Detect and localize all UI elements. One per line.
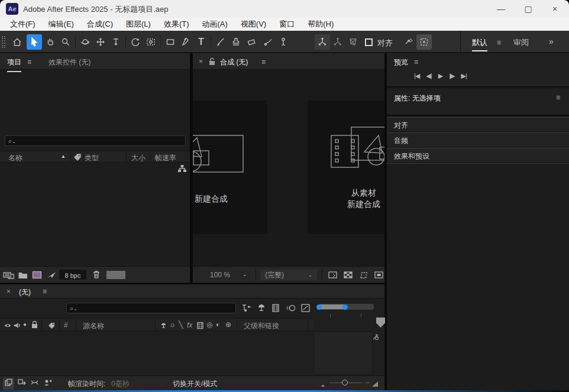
menu-edit[interactable]: 编辑(E) [42,19,80,30]
snapshot-icon[interactable] [328,270,338,282]
interpret-footage-icon[interactable] [3,270,15,282]
selection-tool-icon[interactable] [27,34,42,50]
new-composition-from-footage-card[interactable]: 从素材 新建合成 [308,101,384,234]
roto-brush-tool-icon[interactable] [260,34,276,50]
time-navigator-track[interactable] [318,304,374,310]
column-framerate[interactable]: 帧速率 [155,153,176,163]
eraser-tool-icon[interactable] [244,34,259,50]
magnification-value[interactable]: 100 % [210,271,230,279]
project-search-input[interactable]: ⌕⌄ [5,135,186,146]
type-tool-icon[interactable]: T [193,34,209,50]
timeline-track-area[interactable] [313,331,373,375]
time-navigator-range[interactable] [319,304,345,309]
toolbar-grip-handle[interactable] [2,36,5,48]
motion-blur-icon[interactable] [286,303,296,315]
parent-link-column-header[interactable]: 父级和链接 [244,321,279,331]
unlock-icon[interactable] [208,57,216,68]
workspace-tab-default[interactable]: 默认 [472,37,487,51]
menu-view[interactable]: 视图(V) [234,19,273,30]
comp-marker-bin[interactable] [376,318,385,328]
world-axis-mode-icon[interactable] [330,34,345,50]
quality-switch-icon[interactable]: ╲ [179,320,183,329]
workspace-overflow-button[interactable]: » [549,37,554,46]
source-name-column-header[interactable]: 源名称 [83,321,104,331]
zoom-out-frames-icon[interactable] [319,380,326,391]
preview-panel-menu-icon[interactable]: ≡ [414,58,418,66]
comp-button-icon[interactable] [371,333,381,344]
column-size[interactable]: 大小 [131,153,146,163]
new-folder-icon[interactable] [18,270,28,282]
time-navigator-end-handle[interactable] [342,304,348,310]
dolly-camera-tool-icon[interactable] [108,34,124,50]
rectangle-tool-icon[interactable] [163,34,178,50]
local-axis-mode-icon[interactable] [315,34,330,50]
pen-tool-icon[interactable] [178,34,193,50]
preview-panel-title[interactable]: 预览 [394,57,408,67]
project-flowchart-icon[interactable] [177,164,187,175]
menu-layer[interactable]: 图层(L) [119,19,157,30]
3d-layer-switch-icon[interactable]: ⊕ [225,320,231,329]
transfer-controls-pane-toggle-icon[interactable] [17,378,26,389]
snap-label[interactable]: 对齐 [377,38,393,48]
timeline-zoom-slider-handle[interactable] [342,380,348,385]
collapse-transformations-switch-icon[interactable]: ☼ [169,320,176,329]
effects-switch-icon[interactable]: fx [187,321,192,329]
adjustment-layer-switch-icon[interactable]: ◐ [216,320,220,329]
index-column-header[interactable]: # [64,321,68,329]
properties-panel-title[interactable]: 属性: 无选择项 [394,93,441,103]
lock-column-icon[interactable] [31,320,38,331]
timeline-search-input[interactable]: ⌕⌄ [66,303,236,313]
transparency-grid-icon[interactable] [343,270,354,282]
pan-camera-tool-icon[interactable] [93,34,108,50]
resolution-dropdown[interactable]: (完整)⌄ [260,270,317,280]
toggle-switches-modes-button[interactable]: 切换开关/模式 [173,379,217,389]
delete-trash-icon[interactable] [92,270,101,282]
new-composition-icon[interactable] [32,270,43,282]
time-navigator-start-handle[interactable] [316,304,322,310]
clone-stamp-tool-icon[interactable] [228,34,244,50]
view-axis-mode-icon[interactable] [345,34,361,50]
audio-speaker-column-icon[interactable] [13,321,21,332]
last-frame-button[interactable]: ▶| [461,72,466,80]
composition-tab-label[interactable]: 合成 (无) [220,57,248,67]
brush-tool-icon[interactable] [213,34,228,50]
shy-switch-icon[interactable] [160,321,167,332]
selection-options-button[interactable] [416,34,432,50]
bit-depth-button[interactable]: 8 bpc [59,270,86,280]
solo-column-icon[interactable]: ● [23,321,27,328]
minimize-button[interactable]: — [489,0,513,18]
menu-file[interactable]: 文件(F) [4,19,42,30]
column-name[interactable]: 名称 [8,153,22,163]
sort-ascending-icon[interactable]: ▲ [61,154,66,159]
home-tool-icon[interactable] [9,34,25,50]
shape-pointer-icon[interactable] [401,34,416,50]
hide-shy-layers-icon[interactable] [256,303,267,315]
frame-blend-switch-icon[interactable] [196,321,204,332]
view-options-icon[interactable] [374,270,384,282]
camera-tool-icon[interactable] [143,34,159,50]
new-composition-card[interactable]: 新建合成 [193,101,267,234]
menu-composition[interactable]: 合成(C) [80,19,119,30]
hand-tool-icon[interactable] [43,34,58,50]
zoom-in-frames-icon[interactable] [371,379,379,390]
motion-blur-switch-icon[interactable]: ◎ [206,320,212,329]
video-eye-column-icon[interactable] [4,321,12,332]
properties-panel-menu-icon[interactable]: ≡ [556,93,560,102]
timeline-panel-menu-icon[interactable]: ≡ [43,287,47,296]
menu-effect[interactable]: 效果(T) [157,19,196,30]
magnification-chevron-icon[interactable]: ⌄ [243,271,247,277]
layer-switches-pane-toggle-icon[interactable] [3,378,14,390]
menu-window[interactable]: 窗口 [273,19,301,30]
orbit-camera-tool-icon[interactable] [77,34,93,50]
region-of-interest-icon[interactable] [358,270,369,282]
first-frame-button[interactable]: |◀ [414,72,419,80]
zoom-tool-icon[interactable] [58,34,73,50]
workspace-default-menu-icon[interactable]: ≡ [497,38,501,47]
snap-checkbox[interactable] [365,38,373,46]
composition-panel-menu-icon[interactable]: ≡ [261,58,266,66]
maximize-button[interactable]: ▢ [516,0,541,18]
effects-presets-panel-header[interactable]: 效果和预设 [387,148,569,162]
column-type[interactable]: 类型 [85,153,99,163]
timeline-tab-label[interactable]: (无) [19,287,31,297]
previous-frame-button[interactable]: ◀| [426,72,431,80]
